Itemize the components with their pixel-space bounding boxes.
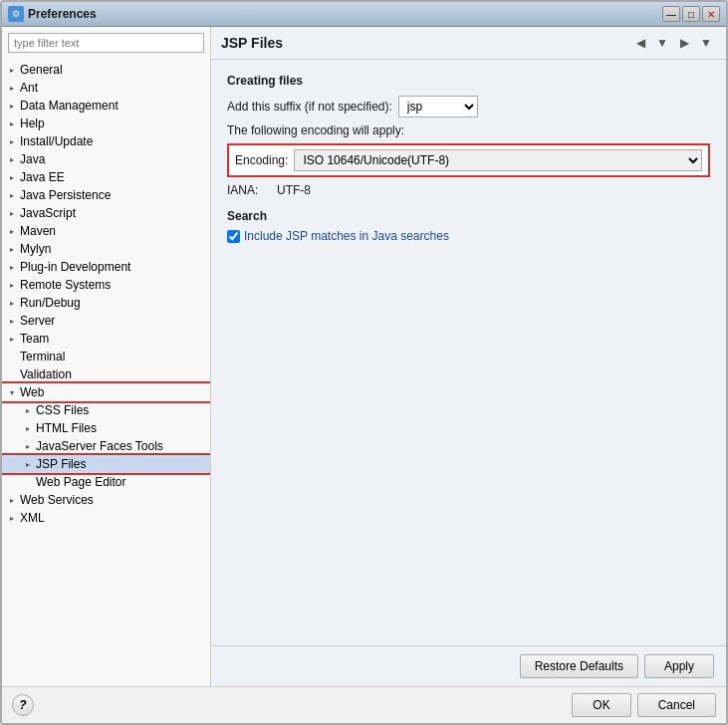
iana-value: UTF-8 <box>277 183 311 197</box>
checkbox-row: Include JSP matches in Java searches <box>227 229 710 243</box>
sidebar-label-remote-systems: Remote Systems <box>18 277 113 293</box>
sidebar-item-web-services[interactable]: ▸Web Services <box>2 491 210 509</box>
sidebar-item-html-files[interactable]: ▸HTML Files <box>2 419 210 437</box>
iana-row: IANA: UTF-8 <box>227 183 710 197</box>
sidebar-item-java-persistence[interactable]: ▸Java Persistence <box>2 186 210 204</box>
sidebar-label-jsp-files: JSP Files <box>34 456 88 472</box>
sidebar-item-jsp-files[interactable]: ▸JSP Files <box>2 455 210 473</box>
arrow-icon-install-update: ▸ <box>6 135 18 147</box>
title-buttons: — □ ✕ <box>662 6 720 22</box>
arrow-icon-general: ▸ <box>6 64 18 76</box>
sidebar-label-web: Web <box>18 384 46 400</box>
restore-defaults-button[interactable]: Restore Defaults <box>520 654 638 678</box>
sidebar-item-mylyn[interactable]: ▸Mylyn <box>2 240 210 258</box>
jsp-matches-checkbox[interactable] <box>227 230 240 243</box>
sidebar-label-mylyn: Mylyn <box>18 241 53 257</box>
encoding-select[interactable]: ISO 10646/Unicode(UTF-8) UTF-8 US-ASCII … <box>294 149 702 171</box>
filter-input[interactable] <box>8 33 204 53</box>
arrow-icon-server: ▸ <box>6 315 18 327</box>
sidebar-item-team[interactable]: ▸Team <box>2 330 210 348</box>
cancel-button[interactable]: Cancel <box>637 693 716 717</box>
panel-footer: Restore Defaults Apply <box>211 645 726 686</box>
sidebar-item-css-files[interactable]: ▸CSS Files <box>2 401 210 419</box>
arrow-icon-xml: ▸ <box>6 512 18 524</box>
sidebar-item-general[interactable]: ▸General <box>2 61 210 79</box>
sidebar-label-web-page-editor: Web Page Editor <box>34 474 128 490</box>
suffix-row: Add this suffix (if not specified): jsp … <box>227 96 710 118</box>
nav-forward-dropdown-button[interactable]: ▼ <box>696 33 716 53</box>
sidebar-item-ant[interactable]: ▸Ant <box>2 79 210 97</box>
panel-title: JSP Files <box>221 35 283 51</box>
sidebar-item-remote-systems[interactable]: ▸Remote Systems <box>2 276 210 294</box>
sidebar-label-validation: Validation <box>18 366 74 382</box>
title-bar: ⚙ Preferences — □ ✕ <box>2 2 726 27</box>
sidebar-label-css-files: CSS Files <box>34 402 91 418</box>
close-button[interactable]: ✕ <box>702 6 720 22</box>
sidebar-label-html-files: HTML Files <box>34 420 99 436</box>
arrow-icon-help: ▸ <box>6 118 18 129</box>
sidebar-item-java-ee[interactable]: ▸Java EE <box>2 168 210 186</box>
arrow-icon-web: ▾ <box>6 386 18 398</box>
arrow-icon-mylyn: ▸ <box>6 243 18 255</box>
nav-buttons: ◀ ▼ ▶ ▼ <box>630 33 716 53</box>
arrow-icon-jsp-files: ▸ <box>22 458 34 470</box>
title-bar-left: ⚙ Preferences <box>8 6 97 22</box>
sidebar-item-web[interactable]: ▾Web <box>2 383 210 401</box>
nav-forward-button[interactable]: ▶ <box>674 33 694 53</box>
sidebar-item-plugin-development[interactable]: ▸Plug-in Development <box>2 258 210 276</box>
right-panel: JSP Files ◀ ▼ ▶ ▼ Creating files Add thi… <box>211 27 726 686</box>
sidebar-item-validation[interactable]: ▸Validation <box>2 365 210 383</box>
minimize-button[interactable]: — <box>662 6 680 22</box>
maximize-button[interactable]: □ <box>682 6 700 22</box>
arrow-icon-web-services: ▸ <box>6 494 18 506</box>
sidebar-label-java-persistence: Java Persistence <box>18 187 113 203</box>
sidebar-item-javaserver-faces-tools[interactable]: ▸JavaServer Faces Tools <box>2 437 210 455</box>
sidebar-item-xml[interactable]: ▸XML <box>2 509 210 527</box>
arrow-icon-javascript: ▸ <box>6 207 18 219</box>
sidebar-label-team: Team <box>18 331 51 347</box>
panel-header: JSP Files ◀ ▼ ▶ ▼ <box>211 27 726 60</box>
ok-button[interactable]: OK <box>572 693 630 717</box>
sidebar-item-maven[interactable]: ▸Maven <box>2 222 210 240</box>
dialog-footer: ? OK Cancel <box>2 686 726 723</box>
encoding-desc: The following encoding will apply: <box>227 123 710 137</box>
sidebar-label-server: Server <box>18 313 57 329</box>
sidebar-item-terminal[interactable]: ▸Terminal <box>2 348 210 365</box>
sidebar-item-run-debug[interactable]: ▸Run/Debug <box>2 294 210 312</box>
window-title: Preferences <box>28 7 97 21</box>
sidebar-item-install-update[interactable]: ▸Install/Update <box>2 132 210 150</box>
sidebar-label-javascript: JavaScript <box>18 205 78 221</box>
encoding-label: Encoding: <box>235 153 288 167</box>
sidebar-label-java: Java <box>18 151 47 167</box>
help-button[interactable]: ? <box>12 694 34 716</box>
dialog-buttons: OK Cancel <box>572 693 716 717</box>
nav-back-button[interactable]: ◀ <box>630 33 650 53</box>
sidebar-label-general: General <box>18 62 65 78</box>
arrow-icon-maven: ▸ <box>6 225 18 237</box>
sidebar-label-data-management: Data Management <box>18 98 121 114</box>
arrow-icon-team: ▸ <box>6 333 18 345</box>
sidebar-item-javascript[interactable]: ▸JavaScript <box>2 204 210 222</box>
suffix-select[interactable]: jsp jspx <box>398 96 478 118</box>
main-content: ▸General▸Ant▸Data Management▸Help▸Instal… <box>2 27 726 686</box>
sidebar-label-java-ee: Java EE <box>18 169 67 185</box>
window-icon: ⚙ <box>8 6 24 22</box>
sidebar-label-xml: XML <box>18 510 47 526</box>
iana-label: IANA: <box>227 183 277 197</box>
preferences-window: ⚙ Preferences — □ ✕ ▸General▸Ant▸Data Ma… <box>0 0 728 725</box>
arrow-icon-java: ▸ <box>6 153 18 165</box>
sidebar-label-javaserver-faces-tools: JavaServer Faces Tools <box>34 438 165 454</box>
sidebar-label-ant: Ant <box>18 80 40 96</box>
sidebar-label-maven: Maven <box>18 223 58 239</box>
apply-button[interactable]: Apply <box>644 654 714 678</box>
sidebar-item-web-page-editor[interactable]: ▸Web Page Editor <box>2 473 210 491</box>
sidebar-item-server[interactable]: ▸Server <box>2 312 210 330</box>
sidebar-item-data-management[interactable]: ▸Data Management <box>2 97 210 115</box>
sidebar-label-help: Help <box>18 116 47 131</box>
arrow-icon-javaserver-faces-tools: ▸ <box>22 440 34 452</box>
suffix-label: Add this suffix (if not specified): <box>227 100 392 114</box>
sidebar-item-java[interactable]: ▸Java <box>2 150 210 168</box>
nav-back-dropdown-button[interactable]: ▼ <box>652 33 672 53</box>
sidebar-item-help[interactable]: ▸Help <box>2 115 210 132</box>
sidebar-label-terminal: Terminal <box>18 349 67 364</box>
